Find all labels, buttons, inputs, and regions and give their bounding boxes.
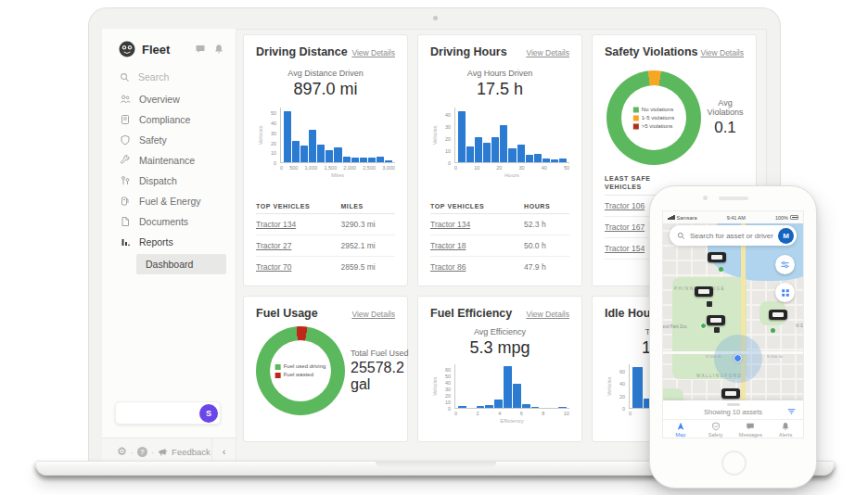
vehicle-marker[interactable]: [721, 388, 740, 399]
vehicle-link[interactable]: Tractor 134: [256, 214, 340, 235]
histogram-bar: [483, 143, 491, 162]
stage: Fleet Search: [0, 0, 868, 495]
sidebar-subitem-dashboard[interactable]: Dashboard: [136, 254, 226, 274]
asset-dot[interactable]: [719, 267, 723, 272]
asset-dot[interactable]: [771, 328, 775, 333]
asset-search-input[interactable]: Search for asset or driver M: [670, 225, 797, 246]
sidebar-item-fuel-energy[interactable]: Fuel & Energy: [102, 191, 236, 211]
stat-value: 0.1: [707, 119, 744, 137]
stat-label: Avg Distance Driven: [256, 69, 395, 78]
safety-violations-donut-chart: No violations 1-5 violations >5 violatio…: [606, 70, 701, 165]
phone-speaker-slot: [719, 197, 748, 200]
vehicle-marker-small[interactable]: [707, 301, 712, 307]
vehicle-marker[interactable]: [708, 252, 726, 262]
sidebar-item-label: Compliance: [139, 114, 190, 125]
sidebar-item-maintenance[interactable]: Maintenance: [102, 150, 236, 171]
nav-tab-map[interactable]: Map: [663, 422, 698, 438]
card-title: Safety Violations: [605, 45, 698, 58]
sidebar-item-compliance[interactable]: Compliance: [102, 109, 236, 130]
x-axis-ticks: 01020304050: [454, 163, 569, 171]
sidebar-item-label: Dispatch: [139, 175, 177, 186]
vehicle-link[interactable]: Tractor 27: [256, 235, 340, 257]
table-value: 2952.1 mi: [340, 235, 395, 257]
histogram-bar: [526, 155, 533, 162]
vehicle-marker[interactable]: [769, 310, 787, 320]
filter-icon[interactable]: [787, 408, 796, 417]
y-axis-label: Vehicles: [430, 108, 439, 163]
x-axis-label: Efficiency: [454, 417, 569, 425]
sidebar-search-input[interactable]: Search: [102, 67, 236, 87]
search-icon: [120, 72, 130, 82]
histogram-bar: [343, 157, 351, 162]
view-details-link[interactable]: View Details: [351, 310, 395, 319]
histogram-bar: [559, 159, 567, 162]
nav-label: Map: [676, 432, 686, 438]
bell-icon[interactable]: [213, 44, 224, 55]
sidebar-item-label: Overview: [139, 94, 180, 105]
megaphone-icon: [158, 447, 168, 457]
fleet-owl-logo-icon: [119, 41, 135, 57]
vehicle-marker[interactable]: [707, 315, 725, 325]
vehicle-link[interactable]: Tractor 70: [256, 257, 340, 278]
table-row: Tractor 8647.9 h: [430, 257, 569, 278]
sidebar: Fleet Search: [102, 29, 236, 464]
user-avatar[interactable]: S: [199, 404, 218, 423]
vehicle-link[interactable]: Tractor 86: [430, 257, 524, 278]
legend-label: Fuel wasted: [284, 371, 313, 379]
sidebar-item-label: Safety: [139, 134, 167, 146]
help-icon[interactable]: ?: [137, 447, 147, 457]
feedback-button[interactable]: Feedback: [158, 447, 211, 457]
y-axis-ticks: 01020304050: [265, 108, 279, 163]
document-icon: [120, 216, 131, 227]
map-filter-fab[interactable]: [775, 255, 795, 274]
view-details-link[interactable]: View Details: [351, 48, 395, 57]
home-button[interactable]: [721, 451, 747, 476]
vehicle-link[interactable]: Tractor 18: [430, 235, 524, 257]
view-details-link[interactable]: View Details: [700, 48, 744, 57]
table-header: MILES: [340, 198, 395, 214]
vehicle-marker[interactable]: [695, 286, 713, 297]
nav-tab-safety[interactable]: Safety: [698, 422, 734, 438]
gear-icon[interactable]: ⚙: [117, 446, 127, 457]
user-input-pill[interactable]: S: [115, 401, 221, 425]
table-header: HOURS: [524, 198, 569, 214]
legend-label: >5 violations: [642, 122, 673, 131]
list-header: LEAST SAFE: [605, 175, 651, 182]
sidebar-item-safety[interactable]: Safety: [102, 130, 236, 150]
view-details-link[interactable]: View Details: [526, 310, 569, 319]
histogram-bar: [300, 146, 308, 162]
histogram-bar: [494, 400, 503, 408]
y-axis-label: Vehicles: [430, 364, 439, 409]
stat-value: 25578.2 gal: [351, 360, 419, 394]
phone-camera-dot: [703, 196, 708, 200]
profile-avatar[interactable]: M: [778, 228, 794, 244]
legend-label: 1-5 violations: [642, 114, 674, 122]
sidebar-item-reports[interactable]: Reports: [102, 232, 236, 252]
vehicle-link[interactable]: Tractor 134: [430, 214, 524, 235]
chat-icon[interactable]: [195, 44, 206, 55]
carrier-label: Samsara: [677, 215, 697, 221]
view-details-link[interactable]: View Details: [526, 48, 569, 57]
map-layers-fab[interactable]: [775, 283, 795, 302]
sidebar-bottom: S ⚙ · ? · Feedback ‹: [102, 401, 236, 464]
histogram-bar: [458, 406, 466, 408]
sidebar-item-overview[interactable]: Overview: [102, 89, 236, 109]
search-icon: [677, 232, 685, 240]
histogram-plot: [454, 108, 569, 163]
fuel-usage-donut-chart: Fuel used driving Fuel wasted: [256, 326, 345, 415]
poi-pin[interactable]: [700, 323, 707, 329]
histogram-bar: [292, 141, 300, 162]
x-axis-ticks: 0246810: [454, 409, 569, 417]
histogram-bar: [458, 111, 466, 162]
nav-tab-alerts[interactable]: Alerts: [768, 422, 803, 438]
nav-tab-messages[interactable]: Messages: [734, 422, 769, 438]
map-region-label: MERIDIAN: [796, 324, 803, 328]
table-value: 2859.5 mi: [340, 257, 395, 278]
clipboard-icon: [120, 114, 131, 125]
sidebar-item-dispatch[interactable]: Dispatch: [102, 171, 236, 191]
vehicle-marker-small[interactable]: [714, 327, 720, 333]
table-header: TOP VEHICLES: [256, 198, 340, 214]
histogram-bar: [334, 147, 341, 162]
sidebar-item-documents[interactable]: Documents: [102, 211, 236, 232]
bottom-sheet[interactable]: Showing 10 assets Map: [663, 400, 803, 438]
